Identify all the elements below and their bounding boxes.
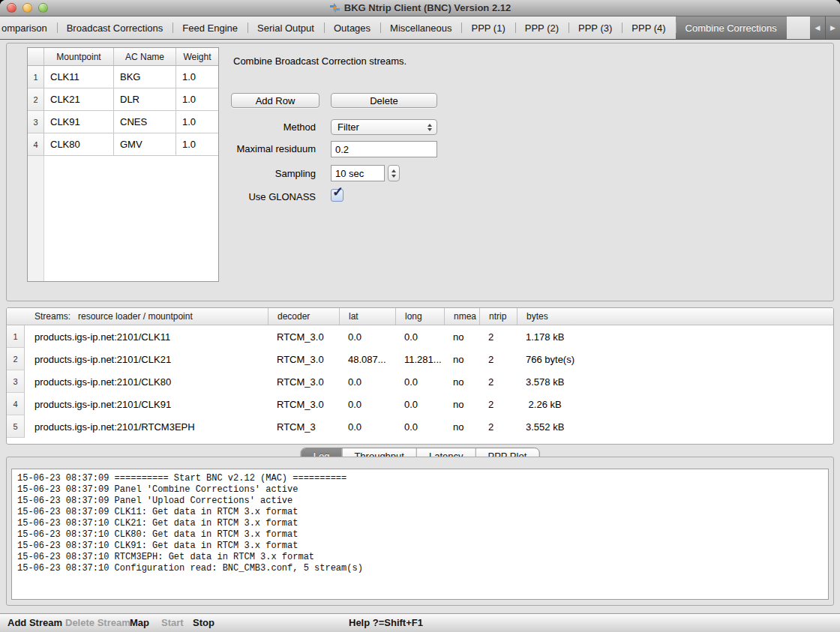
col-nmea[interactable]: nmea	[444, 308, 479, 325]
checkmark-icon: ✓	[332, 184, 344, 200]
cell-long[interactable]: 0.0	[395, 370, 444, 393]
col-ntrip[interactable]: ntrip	[479, 308, 517, 325]
row-number: 4	[7, 393, 25, 415]
cell-ntrip[interactable]: 2	[479, 393, 517, 415]
tab-ppp-3[interactable]: PPP (3)	[568, 16, 622, 39]
delete-stream-button: Delete Stream	[65, 617, 130, 628]
cell-nmea[interactable]: no	[444, 348, 479, 370]
table-row[interactable]: 1 CLK11 BKG 1.0	[28, 66, 218, 88]
cell-bytes[interactable]: 2.26 kB	[517, 393, 833, 415]
residuum-label: Maximal residuum	[7, 143, 316, 154]
tab-broadcast-corrections[interactable]: Broadcast Corrections	[57, 16, 173, 39]
cell-decoder[interactable]: RTCM_3.0	[268, 370, 339, 393]
cell-lat[interactable]: 0.0	[339, 415, 395, 438]
col-decoder[interactable]: decoder	[268, 308, 339, 325]
stream-row[interactable]: 5 products.igs-ip.net:2101/RTCM3EPH RTCM…	[7, 415, 833, 438]
cell-long[interactable]: 0.0	[395, 415, 444, 438]
step-down-icon[interactable]	[392, 175, 396, 178]
cell-mountpoint[interactable]: products.igs-ip.net:2101/CLK80	[25, 370, 268, 393]
tab-ppp-1[interactable]: PPP (1)	[461, 16, 514, 39]
tab-comparison[interactable]: omparison	[0, 16, 57, 39]
stream-row[interactable]: 4 products.igs-ip.net:2101/CLK91 RTCM_3.…	[7, 393, 833, 415]
tab-scroll-right-icon[interactable]: ▶	[825, 16, 840, 39]
residuum-input[interactable]	[331, 141, 437, 157]
cell-mountpoint[interactable]: CLK11	[44, 66, 114, 88]
col-long[interactable]: long	[395, 308, 444, 325]
cell-ac-name[interactable]: BKG	[114, 66, 176, 88]
cell-long[interactable]: 11.281...	[395, 348, 444, 370]
log-line: 15-06-23 08:37:10 CLK91: Get data in RTC…	[17, 541, 823, 552]
cell-mountpoint[interactable]: products.igs-ip.net:2101/CLK91	[25, 393, 268, 415]
row-number: 2	[28, 88, 44, 111]
add-row-button[interactable]: Add Row	[231, 93, 320, 108]
cell-weight[interactable]: 1.0	[176, 88, 218, 111]
col-bytes[interactable]: bytes	[517, 308, 833, 325]
log-line: 15-06-23 08:37:10 CLK80: Get data in RTC…	[17, 529, 823, 541]
delete-button[interactable]: Delete	[331, 93, 437, 108]
cell-decoder[interactable]: RTCM_3.0	[268, 325, 339, 348]
step-up-icon[interactable]	[392, 169, 396, 172]
tab-miscellaneous[interactable]: Miscellaneous	[380, 16, 461, 39]
cell-mountpoint[interactable]: products.igs-ip.net:2101/RTCM3EPH	[25, 415, 268, 438]
cell-lat[interactable]: 48.087...	[339, 348, 395, 370]
col-ac-name[interactable]: AC Name	[114, 48, 176, 65]
cell-nmea[interactable]: no	[444, 393, 479, 415]
cell-long[interactable]: 0.0	[395, 393, 444, 415]
tab-ppp-4[interactable]: PPP (4)	[622, 16, 675, 39]
cell-bytes[interactable]: 3.578 kB	[517, 370, 833, 393]
cell-bytes[interactable]: 766 byte(s)	[517, 348, 833, 370]
close-button[interactable]	[7, 3, 16, 13]
col-lat[interactable]: lat	[339, 308, 395, 325]
cell-ntrip[interactable]: 2	[479, 415, 517, 438]
table-row[interactable]: 2 CLK21 DLR 1.0	[28, 88, 218, 111]
cell-lat[interactable]: 0.0	[339, 325, 395, 348]
minimize-button[interactable]	[22, 3, 32, 13]
streams-table: Streams: resource loader / mountpoint de…	[6, 307, 834, 445]
cell-mountpoint[interactable]: products.igs-ip.net:2101/CLK11	[25, 325, 268, 348]
tab-serial-output[interactable]: Serial Output	[248, 16, 324, 39]
cell-nmea[interactable]: no	[444, 415, 479, 438]
glonass-checkbox[interactable]: ✓	[331, 189, 344, 202]
cell-lat[interactable]: 0.0	[339, 370, 395, 393]
cell-decoder[interactable]: RTCM_3	[268, 415, 339, 438]
cell-long[interactable]: 0.0	[395, 325, 444, 348]
cell-lat[interactable]: 0.0	[339, 393, 395, 415]
start-button: Start	[161, 617, 184, 628]
cell-mountpoint[interactable]: CLK21	[44, 88, 114, 111]
cell-bytes[interactable]: 1.178 kB	[517, 325, 833, 348]
tab-ppp-2[interactable]: PPP (2)	[515, 16, 568, 39]
cell-mountpoint[interactable]: products.igs-ip.net:2101/CLK21	[25, 348, 268, 370]
col-streams-mountpoint[interactable]: Streams: resource loader / mountpoint	[25, 308, 268, 325]
cell-nmea[interactable]: no	[444, 370, 479, 393]
tab-feed-engine[interactable]: Feed Engine	[172, 16, 248, 39]
cell-decoder[interactable]: RTCM_3.0	[268, 393, 339, 415]
sampling-stepper[interactable]	[388, 165, 400, 181]
tab-scroll-left-icon[interactable]: ◀	[810, 16, 825, 39]
tab-combine-corrections[interactable]: Combine Corrections	[676, 16, 787, 39]
cell-ac-name[interactable]: DLR	[114, 88, 176, 111]
stream-row[interactable]: 2 products.igs-ip.net:2101/CLK21 RTCM_3.…	[7, 348, 833, 370]
stream-row[interactable]: 1 products.igs-ip.net:2101/CLK11 RTCM_3.…	[7, 325, 833, 348]
sampling-input[interactable]	[331, 165, 385, 181]
cell-ntrip[interactable]: 2	[479, 348, 517, 370]
log-output[interactable]: 15-06-23 08:37:09 ========== Start BNC v…	[11, 469, 829, 600]
stream-row[interactable]: 3 products.igs-ip.net:2101/CLK80 RTCM_3.…	[7, 370, 833, 393]
zoom-button[interactable]	[38, 3, 48, 13]
cell-decoder[interactable]: RTCM_3.0	[268, 348, 339, 370]
method-select[interactable]: Filter	[331, 119, 437, 135]
cell-ntrip[interactable]: 2	[479, 370, 517, 393]
map-button[interactable]: Map	[130, 617, 149, 628]
col-mountpoint[interactable]: Mountpoint	[44, 48, 114, 65]
cell-nmea[interactable]: no	[444, 325, 479, 348]
cell-weight[interactable]: 1.0	[176, 66, 218, 88]
row-number: 5	[7, 415, 25, 438]
add-stream-button[interactable]: Add Stream	[8, 617, 62, 628]
cell-bytes[interactable]: 3.552 kB	[517, 415, 833, 438]
window-title: BKG Ntrip Client (BNC) Version 2.12	[344, 2, 511, 13]
tab-outages[interactable]: Outages	[324, 16, 380, 39]
help-hint: Help ?=Shift+F1	[349, 617, 423, 628]
cell-ntrip[interactable]: 2	[479, 325, 517, 348]
stop-button[interactable]: Stop	[193, 617, 214, 628]
main-tab-bar: omparison Broadcast Corrections Feed Eng…	[0, 16, 840, 40]
col-weight[interactable]: Weight	[176, 48, 218, 65]
